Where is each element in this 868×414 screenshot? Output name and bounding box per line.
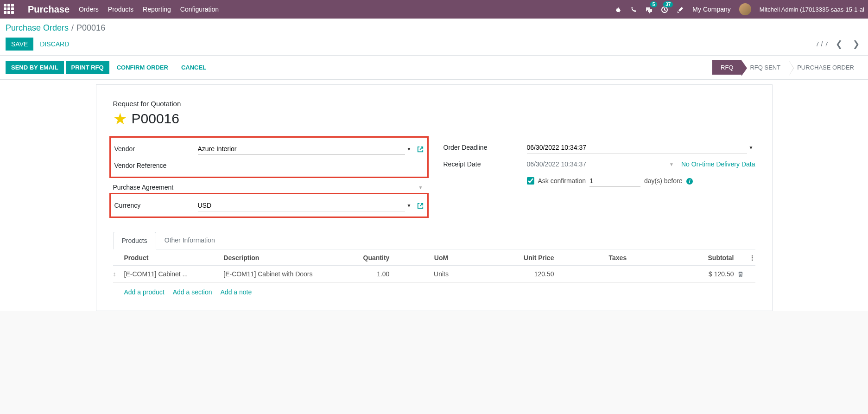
external-link-icon[interactable] [417, 202, 424, 209]
activity-icon[interactable]: 37 [661, 5, 668, 13]
form-title-label: Request for Quotation [113, 100, 755, 108]
ask-confirmation-checkbox[interactable] [527, 177, 534, 185]
user-menu[interactable]: Mitchell Admin (17013335-saas-15-1-al [760, 6, 864, 13]
cell-product[interactable]: [E-COM11] Cabinet ... [124, 270, 224, 278]
external-link-icon[interactable] [417, 145, 424, 153]
trash-icon[interactable] [737, 270, 744, 278]
cancel-button[interactable]: CANCEL [176, 61, 212, 74]
tools-icon[interactable] [677, 5, 684, 13]
company-selector[interactable]: My Company [692, 6, 730, 13]
add-section-link[interactable]: Add a section [173, 288, 212, 296]
vendor-ref-field[interactable] [198, 160, 424, 171]
tabs: Products Other Information [113, 232, 755, 249]
highlight-currency-block: Currency ▼ [109, 193, 429, 218]
ask-confirmation-label: Ask confirmation [538, 177, 586, 185]
col-uom[interactable]: UoM [408, 254, 474, 261]
highlight-vendor-block: Vendor ▼ Vendor Reference [109, 136, 429, 178]
table-row[interactable]: ↕ [E-COM11] Cabinet ... [E-COM11] Cabine… [113, 266, 755, 283]
topbar: Purchase Orders Products Reporting Confi… [0, 0, 868, 19]
deadline-label: Order Deadline [444, 144, 527, 151]
cell-unit-price[interactable]: 120.50 [475, 270, 568, 278]
chat-icon[interactable]: 5 [645, 5, 653, 13]
add-links: Add a product Add a section Add a note [113, 283, 755, 296]
kebab-icon[interactable]: ⋮ [747, 254, 755, 261]
currency-field[interactable] [198, 200, 405, 211]
nav-configuration[interactable]: Configuration [180, 6, 219, 13]
add-product-link[interactable]: Add a product [124, 288, 165, 296]
status-rfq[interactable]: RFQ [712, 60, 741, 75]
col-product[interactable]: Product [124, 254, 224, 261]
drag-handle-icon[interactable]: ↕ [113, 270, 116, 278]
breadcrumb-current: P00016 [76, 23, 105, 33]
ask-confirmation-days[interactable] [589, 175, 640, 187]
cell-uom[interactable]: Units [408, 270, 474, 278]
add-note-link[interactable]: Add a note [221, 288, 252, 296]
vendor-label: Vendor [114, 145, 198, 153]
nav-reporting[interactable]: Reporting [143, 6, 171, 13]
pager-text[interactable]: 7 / 7 [816, 40, 828, 48]
cell-quantity[interactable]: 1.00 [323, 270, 408, 278]
pager-prev-icon[interactable]: ❮ [833, 38, 845, 50]
avatar[interactable] [739, 3, 751, 15]
nav-products[interactable]: Products [108, 6, 133, 13]
breadcrumb-parent[interactable]: Purchase Orders [6, 23, 69, 33]
agreement-label: Purchase Agreement [113, 184, 196, 191]
col-unit-price[interactable]: Unit Price [475, 254, 568, 261]
vendor-ref-label: Vendor Reference [114, 162, 198, 169]
agreement-field[interactable] [196, 182, 417, 193]
form-sheet: Request for Quotation ★ P00016 Vendor ▼ [96, 84, 773, 311]
status-purchase-order[interactable]: PURCHASE ORDER [789, 60, 862, 75]
caret-down-icon[interactable]: ▼ [405, 146, 413, 152]
tab-other-information[interactable]: Other Information [156, 232, 223, 249]
record-title: P00016 [132, 111, 179, 127]
phone-icon[interactable] [630, 6, 637, 13]
breadcrumb: Purchase Orders / P00016 [0, 19, 868, 36]
breadcrumb-sep: / [71, 23, 74, 33]
no-delivery-data-link[interactable]: No On-time Delivery Data [681, 160, 755, 168]
tab-products[interactable]: Products [113, 232, 156, 249]
action-row: SEND BY EMAIL PRINT RFQ CONFIRM ORDER CA… [0, 56, 868, 79]
grid-header: Product Description Quantity UoM Unit Pr… [113, 249, 755, 266]
receipt-label: Receipt Date [444, 160, 527, 168]
discard-button[interactable]: DISCARD [34, 38, 75, 51]
receipt-value[interactable]: 06/30/2022 10:34:37 [527, 160, 586, 168]
statusbar: RFQ RFQ SENT PURCHASE ORDER [712, 60, 862, 75]
star-icon[interactable]: ★ [113, 109, 127, 128]
chat-badge: 5 [650, 1, 658, 7]
col-quantity[interactable]: Quantity [323, 254, 408, 261]
caret-down-icon[interactable]: ▼ [747, 145, 755, 150]
activity-badge: 37 [663, 1, 673, 7]
cell-subtotal: $ 120.50 [667, 270, 734, 278]
confirm-order-button[interactable]: CONFIRM ORDER [111, 61, 174, 74]
cell-description[interactable]: [E-COM11] Cabinet with Doors [223, 270, 323, 278]
col-subtotal[interactable]: Subtotal [667, 254, 734, 261]
info-icon[interactable]: i [686, 177, 693, 185]
pager: 7 / 7 ❮ ❯ [816, 38, 862, 50]
currency-label: Currency [114, 202, 198, 209]
caret-down-icon[interactable]: ▼ [667, 162, 676, 167]
caret-down-icon[interactable]: ▼ [405, 203, 413, 208]
col-taxes[interactable]: Taxes [568, 254, 667, 261]
control-row: SAVE DISCARD 7 / 7 ❮ ❯ [0, 36, 868, 55]
save-button[interactable]: SAVE [6, 38, 33, 51]
vendor-field[interactable] [198, 143, 405, 155]
deadline-field[interactable] [527, 142, 747, 153]
print-rfq-button[interactable]: PRINT RFQ [66, 61, 109, 74]
pager-next-icon[interactable]: ❯ [850, 38, 862, 50]
nav-orders[interactable]: Orders [79, 6, 99, 13]
col-description[interactable]: Description [223, 254, 323, 261]
app-title[interactable]: Purchase [28, 4, 70, 15]
send-email-button[interactable]: SEND BY EMAIL [6, 61, 64, 74]
bug-icon[interactable] [615, 5, 622, 13]
apps-icon[interactable] [4, 4, 15, 15]
ask-confirmation-suffix: day(s) before [644, 177, 682, 185]
caret-down-icon[interactable]: ▼ [417, 185, 425, 190]
status-rfq-sent[interactable]: RFQ SENT [741, 60, 789, 75]
